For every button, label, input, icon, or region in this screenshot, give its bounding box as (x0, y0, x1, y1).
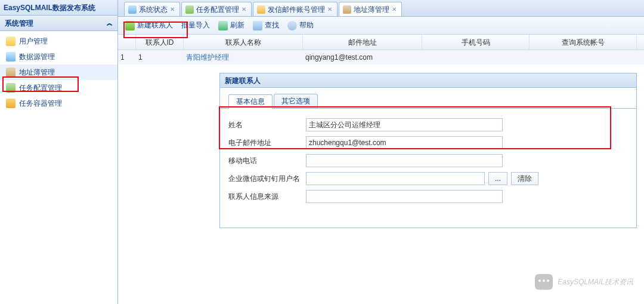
chevron-up-icon[interactable]: ︽ (107, 16, 113, 31)
sidebar-item-label: 任务配置管理 (19, 83, 62, 93)
col-email[interactable]: 邮件地址 (303, 35, 422, 50)
wechat-icon (535, 274, 553, 290)
col-index (118, 35, 136, 50)
button-label: 帮助 (299, 20, 314, 30)
col-name[interactable]: 联系人名称 (184, 35, 303, 50)
tab-mailaccount[interactable]: 发信邮件账号管理✕ (253, 2, 338, 16)
table-row[interactable]: 1 1 青阳维护经理 qingyang1@test.com (118, 50, 644, 65)
database-icon (6, 52, 16, 62)
tab-label: 任务配置管理 (196, 3, 239, 16)
toolbar: 新建联系人 批量导入 刷新 查找 帮助 (118, 17, 644, 35)
cell-id: 1 (136, 50, 184, 65)
help-button[interactable]: 帮助 (287, 20, 314, 30)
sidebar-panel-title: 系统管理 (5, 16, 33, 31)
task-config-icon (6, 83, 16, 93)
button-label: 刷新 (230, 20, 244, 30)
col-phone[interactable]: 手机号码 (422, 35, 530, 50)
cell-index: 1 (118, 50, 136, 65)
col-account[interactable]: 查询系统帐号 (530, 35, 637, 50)
app-title: EasySQLMAIL数据发布系统 (0, 0, 117, 16)
addressbook-icon (6, 67, 16, 77)
sidebar-item-taskconfig[interactable]: 任务配置管理 (0, 80, 117, 96)
label-wechat: 企业微信或钉钉用户名 (228, 174, 306, 184)
dialog-title: 新建联系人 (220, 73, 636, 88)
find-button[interactable]: 查找 (253, 20, 279, 30)
sidebar-item-label: 用户管理 (19, 36, 48, 47)
col-id[interactable]: 联系人ID (136, 35, 184, 50)
sidebar-item-label: 任务容器管理 (19, 99, 62, 109)
tab-taskconfig[interactable]: 任务配置管理✕ (181, 2, 252, 16)
help-icon (287, 21, 297, 30)
task-config-icon (185, 5, 194, 14)
dialog-tab-basic[interactable]: 基本信息 (228, 94, 273, 109)
new-contact-icon (125, 21, 135, 30)
find-icon (253, 21, 262, 30)
tab-addressbook[interactable]: 地址薄管理✕ (339, 2, 402, 16)
cell-account (530, 50, 637, 65)
sidebar-item-label: 地址薄管理 (19, 67, 55, 78)
mail-account-icon (257, 5, 265, 14)
tab-label: 发信邮件账号管理 (268, 3, 325, 16)
close-icon[interactable]: ✕ (170, 3, 175, 16)
dialog-tab-other[interactable]: 其它选项 (274, 94, 318, 108)
new-contact-dialog: 新建联系人 基本信息 其它选项 姓名 电子邮件地址 移动电话 企业微信或钉钉用户… (219, 73, 637, 228)
close-icon[interactable]: ✕ (327, 3, 332, 16)
sidebar-item-addressbook[interactable]: 地址薄管理 (0, 65, 117, 80)
button-label: 批量导入 (181, 20, 210, 30)
wechat-field[interactable] (306, 172, 485, 185)
sidebar-item-taskcontainer[interactable]: 任务容器管理 (0, 96, 117, 111)
close-icon[interactable]: ✕ (392, 3, 397, 16)
button-label: 新建联系人 (137, 20, 173, 30)
label-source: 联系人信息来源 (228, 192, 306, 202)
task-container-icon (6, 99, 16, 108)
main-tabs: 系统状态✕ 任务配置管理✕ 发信邮件账号管理✕ 地址薄管理✕ (118, 0, 644, 17)
refresh-icon (218, 21, 228, 30)
new-contact-button[interactable]: 新建联系人 (125, 20, 173, 30)
watermark-text: EasySQLMAIL技术资讯 (558, 277, 633, 287)
mobile-field[interactable] (306, 154, 503, 167)
sidebar-panel-header[interactable]: 系统管理 ︽ (0, 16, 117, 31)
cell-phone (422, 50, 530, 65)
button-label: 查找 (265, 20, 279, 30)
tab-label: 系统状态 (139, 3, 168, 16)
label-email: 电子邮件地址 (228, 138, 306, 148)
label-mobile: 移动电话 (228, 156, 306, 166)
cell-email: qingyang1@test.com (303, 50, 422, 65)
status-icon (128, 5, 137, 14)
clear-button[interactable]: 清除 (511, 172, 538, 185)
refresh-button[interactable]: 刷新 (218, 20, 244, 30)
cell-name[interactable]: 青阳维护经理 (184, 50, 303, 65)
sidebar-item-users[interactable]: 用户管理 (0, 33, 117, 49)
user-icon (6, 36, 16, 46)
close-icon[interactable]: ✕ (242, 3, 246, 16)
label-name: 姓名 (228, 120, 306, 130)
source-field[interactable] (306, 190, 503, 203)
sidebar-item-label: 数据源管理 (19, 52, 55, 62)
name-field[interactable] (306, 118, 503, 131)
tab-status[interactable]: 系统状态✕ (124, 2, 180, 16)
watermark: EasySQLMAIL技术资讯 (535, 274, 633, 290)
tab-label: 地址薄管理 (354, 3, 389, 16)
addressbook-icon (343, 5, 351, 14)
sidebar-item-datasource[interactable]: 数据源管理 (0, 49, 117, 65)
email-field[interactable] (306, 136, 503, 149)
batch-import-button[interactable]: 批量导入 (181, 20, 210, 30)
browse-button[interactable]: ... (488, 172, 507, 185)
